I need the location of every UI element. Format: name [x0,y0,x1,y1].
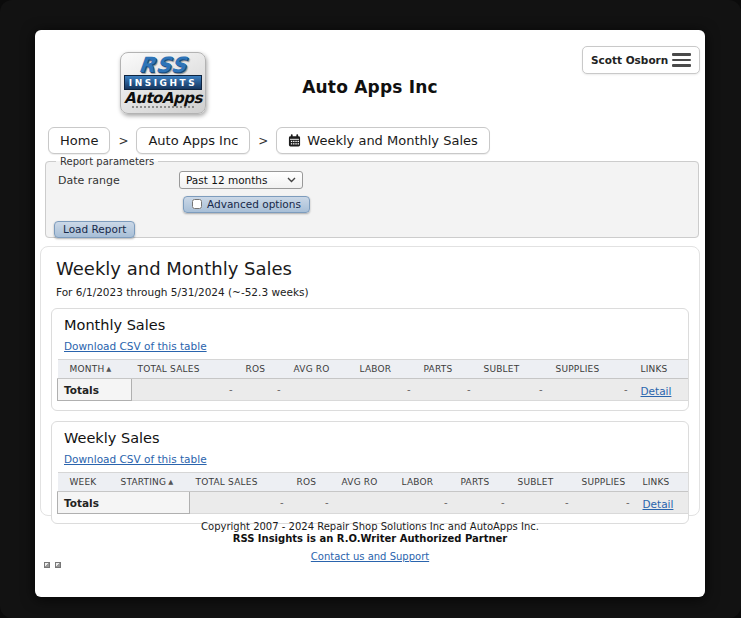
column-header-links[interactable]: LINKS [635,360,688,379]
sort-ascending-icon: ▲ [106,365,111,373]
breadcrumb-item-home[interactable]: Home [48,127,110,154]
report-date-range-summary: For 6/1/2023 through 5/31/2024 (~-52.3 w… [56,286,689,298]
broken-image-icon [55,562,61,568]
breadcrumb: Home > Auto Apps Inc > Weekly and [48,127,490,154]
monthly-sales-table: MONTH▲TOTAL SALESROSAVG ROLABORPARTSSUBL… [57,359,688,401]
totals-value-cell [288,379,354,401]
column-header-avg-ro[interactable]: AVG RO [336,473,396,492]
logo-rss-text: RSS [123,55,203,75]
detail-link[interactable]: Detail [641,385,672,397]
download-csv-link[interactable]: Download CSV of this table [64,453,207,465]
weekly-sales-section: Weekly Sales Download CSV of this table … [51,421,689,524]
download-csv-link[interactable]: Download CSV of this table [64,340,207,352]
totals-value-cell [336,492,396,514]
monthly-sales-heading: Monthly Sales [64,317,683,333]
column-header-starting[interactable]: STARTING▲ [115,473,190,492]
totals-value-cell: - [455,492,512,514]
column-header-sublet[interactable]: SUBLET [478,360,550,379]
totals-row: Totals------Detail [58,492,688,514]
app-page: Scott Osborn RSS INSIGHTS AutoApps Auto … [35,30,705,597]
broken-image-placeholders [44,562,61,568]
breadcrumb-label: Auto Apps Inc [148,133,238,148]
column-header-labor[interactable]: LABOR [396,473,455,492]
column-header-ros[interactable]: ROS [291,473,336,492]
breadcrumb-separator: > [118,134,128,148]
chevron-down-icon [287,177,296,183]
advanced-options-checkbox[interactable] [192,199,202,209]
column-header-supplies[interactable]: SUPPLIES [550,360,635,379]
date-range-select[interactable]: Past 12 months [179,171,303,189]
column-header-avg-ro[interactable]: AVG RO [288,360,354,379]
partner-text: RSS Insights is an R.O.Writer Authorized… [35,533,705,544]
broken-image-icon [44,562,50,568]
hamburger-menu-icon[interactable] [672,53,691,67]
page-footer: Copyright 2007 - 2024 Repair Shop Soluti… [35,521,705,564]
totals-value-cell: - [396,492,455,514]
load-report-label: Load Report [63,223,126,235]
advanced-options-label: Advanced options [207,198,301,210]
column-header-parts[interactable]: PARTS [455,473,512,492]
totals-value-cell: - [291,492,336,514]
totals-label-cell: Totals [58,492,190,514]
date-range-selected-value: Past 12 months [186,174,267,186]
weekly-sales-heading: Weekly Sales [64,430,683,446]
report-results-panel: Weekly and Monthly Sales For 6/1/2023 th… [40,246,700,516]
column-header-links[interactable]: LINKS [637,473,688,492]
report-title: Weekly and Monthly Sales [56,258,689,279]
totals-row: Totals------Detail [58,379,688,401]
column-header-week[interactable]: WEEK [58,473,115,492]
calendar-icon [288,134,301,147]
column-header-total-sales[interactable]: TOTAL SALES [190,473,291,492]
column-header-parts[interactable]: PARTS [418,360,478,379]
contact-support-link[interactable]: Contact us and Support [311,551,429,562]
column-header-month[interactable]: MONTH▲ [58,360,132,379]
totals-value-cell: - [550,379,635,401]
totals-value-cell: - [132,379,240,401]
copyright-text: Copyright 2007 - 2024 Repair Shop Soluti… [35,521,705,532]
totals-value-cell: - [478,379,550,401]
load-report-button[interactable]: Load Report [54,221,135,238]
page-title: Auto Apps Inc [35,77,705,97]
monthly-sales-section: Monthly Sales Download CSV of this table… [51,308,689,411]
advanced-options-toggle[interactable]: Advanced options [183,196,310,213]
breadcrumb-item-weekly-monthly-sales[interactable]: Weekly and Monthly Sales [276,127,489,154]
report-parameters-panel: Report parameters Date range Past 12 mon… [45,156,699,238]
totals-value-cell: - [354,379,418,401]
totals-value-cell: - [418,379,478,401]
weekly-sales-table: WEEKSTARTING▲TOTAL SALESROSAVG ROLABORPA… [57,472,688,514]
user-name: Scott Osborn [591,54,668,66]
column-header-labor[interactable]: LABOR [354,360,418,379]
breadcrumb-item-auto-apps-inc[interactable]: Auto Apps Inc [136,127,250,154]
totals-value-cell: - [190,492,291,514]
breadcrumb-label: Weekly and Monthly Sales [307,133,477,148]
column-header-ros[interactable]: ROS [240,360,288,379]
detail-link[interactable]: Detail [643,498,674,510]
column-header-sublet[interactable]: SUBLET [512,473,576,492]
breadcrumb-label: Home [60,133,98,148]
column-header-total-sales[interactable]: TOTAL SALES [132,360,240,379]
breadcrumb-separator: > [258,134,268,148]
totals-label-cell: Totals [58,379,132,401]
totals-value-cell: - [512,492,576,514]
sort-ascending-icon: ▲ [168,478,173,486]
column-header-supplies[interactable]: SUPPLIES [576,473,637,492]
date-range-label: Date range [54,174,179,187]
totals-value-cell: - [240,379,288,401]
report-parameters-legend: Report parameters [56,156,158,167]
browser-window: Scott Osborn RSS INSIGHTS AutoApps Auto … [0,0,741,618]
user-menu-button[interactable]: Scott Osborn [582,46,700,74]
totals-value-cell: - [576,492,637,514]
